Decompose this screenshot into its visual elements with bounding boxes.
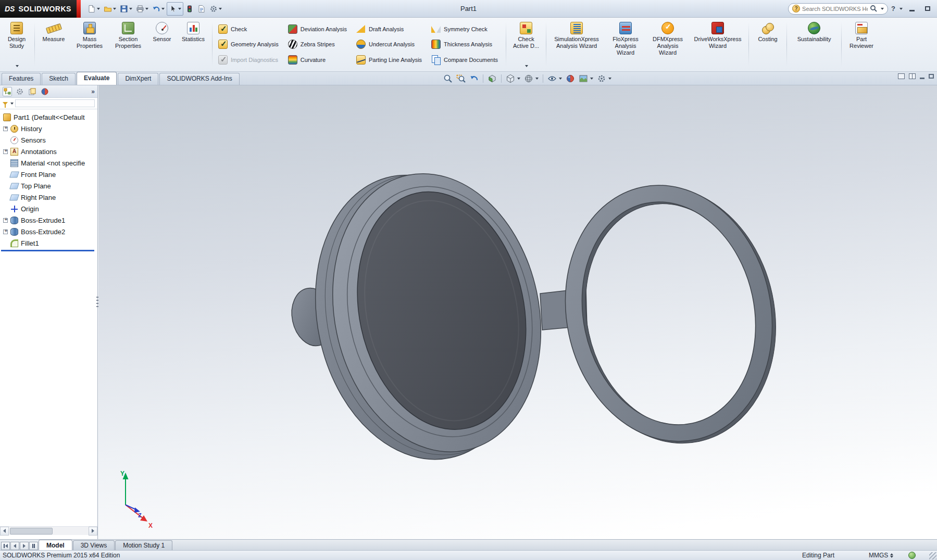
apply-scene-caret[interactable]	[590, 78, 593, 80]
zoom-to-area-button[interactable]	[455, 73, 467, 84]
expand-toggle[interactable]	[3, 149, 8, 154]
tab-area-splitter[interactable]	[29, 542, 38, 550]
split-window-icon[interactable]	[909, 73, 916, 79]
save-caret[interactable]	[129, 8, 132, 10]
doc-restore-icon[interactable]	[929, 74, 934, 79]
section-properties-button[interactable]: Section Properties	[109, 19, 147, 69]
tab-dimxpert[interactable]: DimXpert	[118, 73, 158, 85]
new-document-button[interactable]	[86, 2, 102, 16]
sensor-button[interactable]: Sensor	[148, 19, 176, 69]
view-orientation-caret[interactable]	[517, 78, 520, 80]
thickness-analysis-button[interactable]: Thickness Analysis	[429, 37, 502, 51]
doc-tab-motion-study-1[interactable]: Motion Study 1	[115, 540, 172, 550]
part-reviewer-button[interactable]: Part Reviewer	[844, 19, 879, 69]
check-button[interactable]: Check	[216, 22, 283, 36]
file-properties-button[interactable]	[196, 2, 207, 16]
view-orientation-button[interactable]	[505, 73, 521, 84]
units-control[interactable]: MMGS	[869, 552, 893, 559]
propertymanager-tab[interactable]	[15, 87, 24, 96]
tree-item-top-plane[interactable]: Top Plane	[0, 180, 97, 192]
graphics-viewport[interactable]: Y X Z	[98, 85, 937, 539]
deviation-analysis-button[interactable]: Deviation Analysis	[286, 22, 351, 36]
minimize-window-button[interactable]	[906, 4, 918, 14]
rebuild-button[interactable]	[184, 2, 195, 16]
configurationmanager-tab[interactable]	[28, 87, 37, 96]
view-settings-button[interactable]	[596, 73, 613, 84]
displaymanager-tab[interactable]	[40, 87, 49, 96]
tree-item-fillet1[interactable]: Fillet1	[0, 237, 97, 249]
zoom-to-fit-button[interactable]	[442, 73, 454, 84]
previous-view-button[interactable]	[468, 73, 480, 84]
select-button[interactable]	[167, 2, 183, 16]
search-icon[interactable]	[870, 5, 878, 12]
help-search-box[interactable]: ?	[788, 3, 888, 15]
select-caret[interactable]	[178, 8, 181, 10]
viewport-canvas[interactable]: Y X Z	[98, 85, 937, 539]
tree-item-material[interactable]: Material <not specifie	[0, 157, 97, 169]
tab-scroll-first-button[interactable]	[1, 542, 10, 550]
undo-caret[interactable]	[161, 8, 165, 10]
save-button[interactable]	[118, 2, 134, 16]
units-spinner[interactable]	[890, 553, 893, 558]
zebra-stripes-button[interactable]: Zebra Stripes	[286, 37, 351, 51]
tab-scroll-prev-button[interactable]	[10, 542, 19, 550]
floxpress-wizard-button[interactable]: FloXpress Analysis Wizard	[605, 19, 646, 69]
doc-tab-model[interactable]: Model	[39, 540, 72, 550]
design-study-button[interactable]: Design Study	[2, 19, 32, 69]
undercut-analysis-button[interactable]: Undercut Analysis	[354, 37, 426, 51]
tab-scroll-next-button[interactable]	[20, 542, 29, 550]
sustainability-button[interactable]: Sustainability	[790, 19, 839, 69]
symmetry-check-button[interactable]: Symmetry Check	[429, 22, 502, 36]
import-diagnostics-button[interactable]: Import Diagnostics	[216, 53, 283, 67]
section-view-button[interactable]	[486, 73, 498, 84]
tab-sketch[interactable]: Sketch	[42, 73, 76, 85]
panel-expand-chevron[interactable]: »	[91, 88, 95, 95]
expand-toggle[interactable]	[3, 126, 8, 131]
featuremanager-tree-tab[interactable]	[3, 87, 12, 96]
costing-button[interactable]: Costing	[752, 19, 784, 69]
open-button[interactable]	[102, 2, 118, 16]
scroll-right-button[interactable]	[89, 527, 97, 536]
doc-tab-3d-views[interactable]: 3D Views	[73, 540, 115, 550]
edit-appearance-button[interactable]	[565, 73, 576, 84]
tree-item-right-plane[interactable]: Right Plane	[0, 192, 97, 203]
design-study-caret[interactable]	[16, 65, 19, 67]
driveworksxpress-wizard-button[interactable]: DriveWorksXpress Wizard	[690, 19, 746, 69]
status-help-icon[interactable]	[908, 552, 916, 559]
measure-button[interactable]: Measure	[38, 19, 70, 69]
dfmxpress-wizard-button[interactable]: DFMXpress Analysis Wizard	[647, 19, 689, 69]
check-active-document-caret[interactable]	[525, 65, 528, 67]
help-caret[interactable]	[899, 8, 903, 10]
draft-analysis-button[interactable]: Draft Analysis	[354, 22, 426, 36]
mass-properties-button[interactable]: Mass Properties	[71, 19, 108, 69]
open-caret[interactable]	[113, 8, 116, 10]
view-settings-caret[interactable]	[608, 78, 611, 80]
search-input[interactable]	[802, 6, 868, 12]
compare-documents-button[interactable]: Compare Documents	[429, 53, 502, 67]
print-button[interactable]	[134, 2, 150, 16]
tab-solidworks-add-ins[interactable]: SOLIDWORKS Add-Ins	[159, 73, 239, 85]
tree-item-part-root[interactable]: Part1 (Default<<Default	[0, 111, 97, 123]
print-caret[interactable]	[145, 8, 148, 10]
options-button[interactable]	[208, 2, 223, 16]
options-caret[interactable]	[219, 8, 222, 10]
apply-scene-button[interactable]	[578, 73, 594, 84]
new-document-caret[interactable]	[97, 8, 100, 10]
filter-input[interactable]	[15, 99, 95, 107]
check-active-document-button[interactable]: Check Active D...	[509, 19, 543, 69]
statistics-button[interactable]: Statistics	[177, 19, 209, 69]
tree-item-annotations[interactable]: Annotations	[0, 146, 97, 157]
restore-window-button[interactable]	[921, 4, 934, 14]
filter-funnel-icon[interactable]	[3, 102, 8, 105]
curvature-button[interactable]: Curvature	[286, 53, 351, 67]
tab-features[interactable]: Features	[2, 73, 41, 85]
undo-button[interactable]	[151, 2, 166, 16]
display-style-button[interactable]	[523, 73, 540, 84]
simulationxpress-wizard-button[interactable]: SimulationXpress Analysis Wizard	[549, 19, 604, 69]
tree-item-origin[interactable]: Origin	[0, 203, 97, 214]
scroll-left-button[interactable]	[0, 527, 9, 536]
tree-item-boss-extrude2[interactable]: Boss-Extrude2	[0, 226, 97, 237]
tab-evaluate[interactable]: Evaluate	[77, 72, 117, 85]
resize-grip[interactable]	[929, 552, 936, 559]
tree-item-history[interactable]: History	[0, 123, 97, 134]
